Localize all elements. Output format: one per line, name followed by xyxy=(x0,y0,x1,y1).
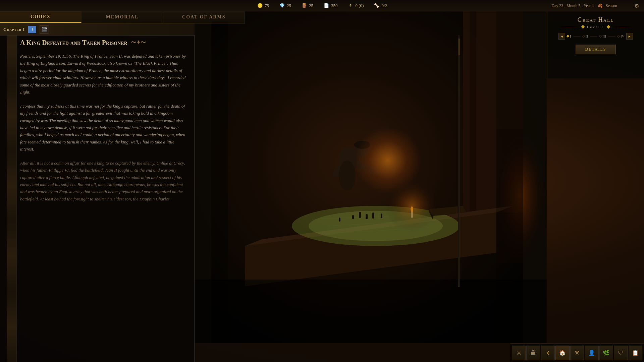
tab-coat-of-arms[interactable]: COAT OF ARMS xyxy=(163,11,245,23)
gold-resource: 🪙 75 xyxy=(257,3,269,9)
scroll-thumb[interactable] xyxy=(459,39,460,55)
level-dot-4 xyxy=(617,35,620,38)
wood-icon: 🪵 xyxy=(301,3,307,9)
toolbar-characters-btn[interactable]: 👤 xyxy=(585,346,598,360)
level-indicator-4: IV xyxy=(618,34,625,38)
divider-line-right xyxy=(612,27,633,27)
great-hall-panel: Great Hall Level I ◄ I II III IV ► DETAI… xyxy=(547,11,644,78)
level-indicator-2: II xyxy=(583,34,588,38)
wood-resource: 🪵 25 xyxy=(301,3,313,9)
story-paragraph-3: After all, it is not a common affair for… xyxy=(20,160,186,203)
content-area: A King Defeated and Taken Prisoner 〜✦〜 P… xyxy=(0,36,193,337)
settings-button[interactable]: ⚙ xyxy=(633,2,641,10)
chapter-header: Chapter I I 🎬 xyxy=(0,23,195,36)
toolbar-defense-btn[interactable]: 🛡 xyxy=(614,346,628,360)
level-label-2: II xyxy=(586,34,588,38)
scroll-container[interactable] xyxy=(458,36,460,287)
date-display: Day 23 - Month 5 - Year 1 🍂 Season xyxy=(551,0,617,11)
toolbar-resources-btn[interactable]: 🌿 xyxy=(599,346,613,360)
level-label-3: III xyxy=(602,34,606,38)
supplies-resource: 🦴 0/2 xyxy=(374,3,387,9)
title-ornament: 〜✦〜 xyxy=(131,39,146,46)
story-paragraph-1: Poitiers. September 19, 1356. The King o… xyxy=(20,53,186,96)
toolbar-weapons-btn[interactable]: 🗡 xyxy=(541,346,555,360)
level-dot-1 xyxy=(567,35,569,38)
main-nav-tabs: CODEX MEMORIAL COAT OF ARMS xyxy=(0,11,245,23)
divider-diamond-2 xyxy=(607,25,610,28)
parchment-resource: 📄 350 xyxy=(323,3,338,9)
story-paragraph-2: I confess that my sadness at this time w… xyxy=(20,103,186,153)
bottom-toolbar: ⚔ 🏛 🗡 🏠 ⚒ 👤 🌿 🛡 📋 xyxy=(510,343,644,362)
influence-resource: ⚜ 0 (0) xyxy=(347,3,364,9)
hall-divider: Level I xyxy=(552,25,639,29)
influence-icon: ⚜ xyxy=(347,3,354,9)
level-bar: ◄ I II III IV ► xyxy=(552,33,639,40)
details-button[interactable]: DETAILS xyxy=(576,45,616,54)
toolbar-housing-btn[interactable]: 🏠 xyxy=(555,346,569,360)
level-indicator-1: I xyxy=(567,34,571,38)
chapter-label: Chapter I xyxy=(3,27,25,32)
season-icon: 🍂 xyxy=(597,3,602,8)
tab-codex[interactable]: CODEX xyxy=(0,11,82,23)
scroll-track xyxy=(458,36,460,287)
hall-title: Great Hall xyxy=(552,16,639,23)
level-indicator-3: III xyxy=(599,34,606,38)
level-dot-3 xyxy=(599,35,602,38)
resource-bar: 🪙 75 💎 25 🪵 25 📄 350 ⚜ 0 (0) 🦴 0/2 Day 2… xyxy=(0,0,644,11)
level-label-1: I xyxy=(570,34,571,38)
hall-subtitle: Level I xyxy=(587,25,604,29)
level-connector-3 xyxy=(608,36,615,37)
divider-diamond xyxy=(581,25,585,28)
toolbar-buildings-btn[interactable]: 🏛 xyxy=(526,346,540,360)
level-label-4: IV xyxy=(621,34,625,38)
stone-resource: 💎 25 xyxy=(279,3,291,9)
ornate-border-left xyxy=(7,11,17,362)
chapter-film-button[interactable]: 🎬 xyxy=(40,25,49,34)
supplies-icon: 🦴 xyxy=(374,3,380,9)
toolbar-quests-btn[interactable]: 📋 xyxy=(629,346,642,360)
toolbar-combat-btn[interactable]: ⚔ xyxy=(512,346,526,360)
parchment-icon: 📄 xyxy=(323,3,329,9)
story-title: A King Defeated and Taken Prisoner 〜✦〜 xyxy=(20,39,186,47)
gold-icon: 🪙 xyxy=(257,3,263,9)
level-nav-right[interactable]: ► xyxy=(626,33,633,40)
chapter-number-button[interactable]: I xyxy=(28,26,36,33)
toolbar-crafting-btn[interactable]: ⚒ xyxy=(570,346,584,360)
illustration-area xyxy=(195,11,547,343)
level-nav-left[interactable]: ◄ xyxy=(558,33,565,40)
stone-icon: 💎 xyxy=(279,3,285,9)
level-dot-2 xyxy=(582,35,585,38)
svg-rect-35 xyxy=(195,280,547,343)
divider-line-left xyxy=(559,27,579,27)
tab-memorial[interactable]: MEMORIAL xyxy=(82,11,163,23)
level-connector-1 xyxy=(574,36,580,37)
level-connector-2 xyxy=(590,36,597,37)
